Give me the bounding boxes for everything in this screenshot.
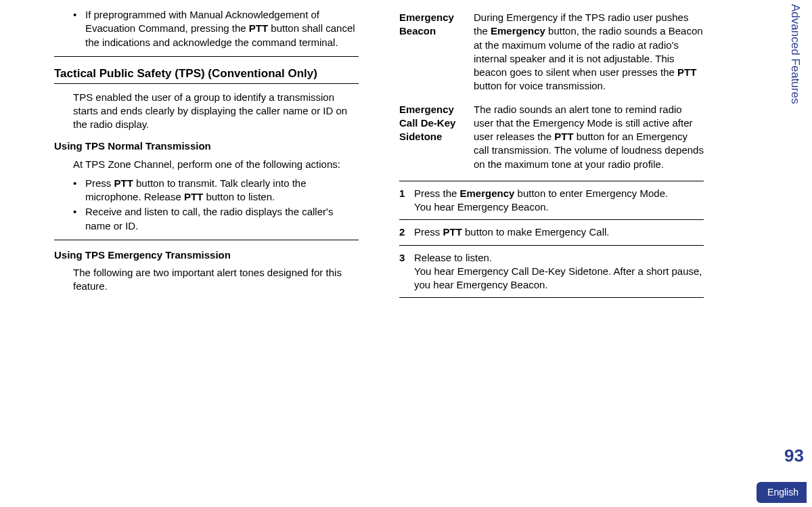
text-bold: PTT bbox=[184, 191, 203, 202]
step-row: 2 Press PTT button to make Emergency Cal… bbox=[399, 220, 704, 245]
step-body: Press PTT button to make Emergency Call. bbox=[414, 225, 704, 239]
divider bbox=[54, 56, 359, 57]
subsection-heading: Using TPS Emergency Transmission bbox=[54, 248, 359, 262]
list-item: • If preprogrammed with Manual Acknowled… bbox=[73, 8, 359, 49]
bullet-text: Press PTT button to transmit. Talk clear… bbox=[85, 177, 359, 204]
text-bold: PTT bbox=[554, 131, 573, 142]
definition-row: Emergency Call De-Key Sidetone The radio… bbox=[399, 103, 704, 171]
text: Press bbox=[85, 177, 114, 189]
right-column: Emergency Beacon During Emergency if the… bbox=[386, 7, 717, 298]
text-bold: PTT bbox=[677, 66, 696, 78]
page-number: 93 bbox=[784, 444, 804, 468]
subsection-heading: Using TPS Normal Transmission bbox=[54, 139, 359, 153]
text: Press bbox=[414, 226, 443, 238]
divider bbox=[54, 83, 359, 84]
step-row: 1 Press the Emergency button to enter Em… bbox=[399, 181, 704, 221]
step-body: Release to listen. You hear Emergency Ca… bbox=[414, 251, 704, 292]
text: button for voice transmission. bbox=[474, 80, 606, 91]
text: You hear Emergency Call De-Key Sidetone.… bbox=[414, 265, 702, 290]
bullet-icon: • bbox=[73, 205, 85, 233]
bullet-list: • Press PTT button to transmit. Talk cle… bbox=[73, 177, 359, 233]
section-heading: Tactical Public Safety (TPS) (Convention… bbox=[54, 66, 359, 82]
top-bullet-block: • If preprogrammed with Manual Acknowled… bbox=[73, 8, 359, 49]
definition-row: Emergency Beacon During Emergency if the… bbox=[399, 11, 704, 93]
step-row: 3 Release to listen. You hear Emergency … bbox=[399, 246, 704, 299]
text-bold: PTT bbox=[443, 226, 462, 238]
definition-body: During Emergency if the TPS radio user p… bbox=[467, 11, 704, 93]
text: You hear Emergency Beacon. bbox=[414, 201, 549, 213]
text-bold: Emergency bbox=[491, 25, 545, 37]
section-body: TPS enabled the user of a group to ident… bbox=[73, 91, 359, 132]
section-title-vertical: Advanced Features bbox=[787, 4, 803, 104]
definition-term: Emergency Call De-Key Sidetone bbox=[399, 103, 467, 171]
page-content: • If preprogrammed with Manual Acknowled… bbox=[0, 0, 765, 305]
text: button to enter Emergency Mode. bbox=[514, 188, 668, 199]
definition-body: The radio sounds an alert tone to remind… bbox=[467, 103, 704, 171]
text: button to listen. bbox=[203, 191, 275, 202]
text-bold: PTT bbox=[114, 177, 133, 189]
step-body: Press the Emergency button to enter Emer… bbox=[414, 187, 704, 215]
text-bold: PTT bbox=[249, 22, 268, 34]
divider bbox=[54, 240, 359, 240]
list-item: • Press PTT button to transmit. Talk cle… bbox=[73, 177, 359, 204]
bullet-icon: • bbox=[73, 177, 85, 204]
left-column: • If preprogrammed with Manual Acknowled… bbox=[41, 7, 372, 298]
language-chip: English bbox=[757, 482, 807, 503]
paragraph: At TPS Zone Channel, perform one of the … bbox=[73, 158, 359, 171]
step-number: 3 bbox=[399, 251, 414, 292]
step-number: 1 bbox=[399, 187, 414, 215]
right-sidebar: Advanced Features 93 English bbox=[773, 0, 807, 507]
bullet-text: Receive and listen to call, the radio di… bbox=[85, 205, 359, 233]
text: Release to listen. bbox=[414, 252, 492, 263]
steps-list: 1 Press the Emergency button to enter Em… bbox=[399, 181, 704, 299]
list-item: • Receive and listen to call, the radio … bbox=[73, 205, 359, 233]
paragraph: The following are two important alert to… bbox=[73, 266, 359, 294]
definition-term: Emergency Beacon bbox=[399, 11, 467, 93]
step-number: 2 bbox=[399, 225, 414, 239]
bullet-text: If preprogrammed with Manual Acknowledge… bbox=[85, 8, 359, 49]
bullet-icon: • bbox=[73, 8, 85, 49]
text-bold: Emergency bbox=[460, 188, 515, 199]
text: Press the bbox=[414, 188, 460, 199]
text: button to make Emergency Call. bbox=[462, 226, 610, 238]
